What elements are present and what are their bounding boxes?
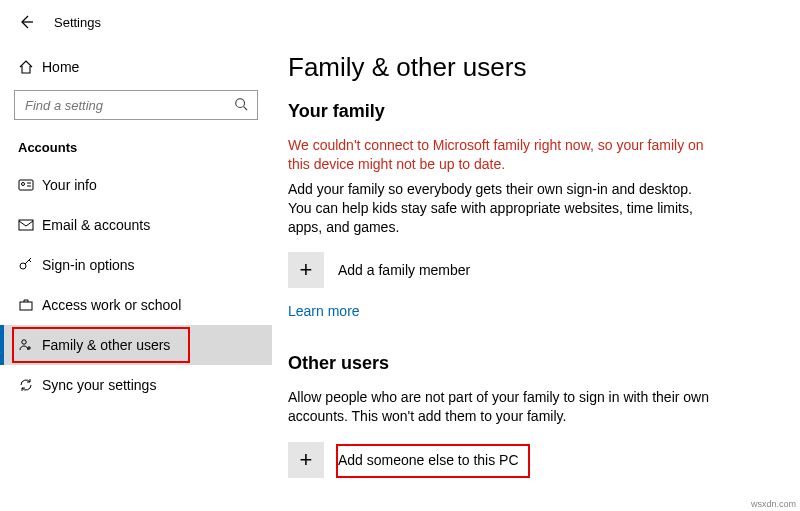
add-family-row[interactable]: + Add a family member	[288, 252, 770, 288]
person-card-icon	[18, 177, 42, 193]
nav-label: Email & accounts	[42, 217, 150, 233]
sidebar-item-family[interactable]: Family & other users	[0, 325, 272, 365]
page-title: Family & other users	[288, 52, 770, 83]
add-other-label: Add someone else to this PC	[338, 452, 519, 468]
family-heading: Your family	[288, 101, 770, 122]
main-content: Family & other users Your family We coul…	[272, 44, 800, 511]
key-icon	[18, 257, 42, 273]
sidebar-item-email[interactable]: Email & accounts	[0, 205, 272, 245]
sidebar-item-sync[interactable]: Sync your settings	[0, 365, 272, 405]
svg-point-0	[236, 99, 245, 108]
family-error: We couldn't connect to Microsoft family …	[288, 136, 718, 174]
nav-label: Your info	[42, 177, 97, 193]
learn-more-link[interactable]: Learn more	[288, 303, 360, 319]
people-icon	[18, 337, 42, 353]
home-label: Home	[42, 59, 79, 75]
family-desc: Add your family so everybody gets their …	[288, 180, 718, 237]
other-desc: Allow people who are not part of your fa…	[288, 388, 718, 426]
mail-icon	[18, 217, 42, 233]
back-icon[interactable]	[18, 14, 34, 30]
nav-label: Family & other users	[42, 337, 170, 353]
svg-rect-5	[20, 302, 32, 310]
svg-rect-3	[19, 220, 33, 230]
svg-rect-1	[19, 180, 33, 190]
search-container	[14, 90, 258, 120]
plus-icon[interactable]: +	[288, 252, 324, 288]
home-icon	[18, 59, 42, 75]
briefcase-icon	[18, 297, 42, 313]
plus-icon[interactable]: +	[288, 442, 324, 478]
sidebar-home[interactable]: Home	[0, 50, 272, 84]
search-icon	[234, 97, 248, 111]
add-family-label: Add a family member	[338, 262, 470, 278]
section-heading: Accounts	[0, 120, 272, 165]
sidebar-item-work[interactable]: Access work or school	[0, 285, 272, 325]
add-other-row[interactable]: + Add someone else to this PC	[288, 442, 770, 478]
nav-label: Access work or school	[42, 297, 181, 313]
search-input[interactable]	[14, 90, 258, 120]
nav-label: Sync your settings	[42, 377, 156, 393]
window-title: Settings	[54, 15, 101, 30]
sidebar-item-your-info[interactable]: Your info	[0, 165, 272, 205]
other-heading: Other users	[288, 353, 770, 374]
watermark: wsxdn.com	[751, 499, 796, 509]
sidebar-item-signin[interactable]: Sign-in options	[0, 245, 272, 285]
svg-point-6	[22, 340, 26, 344]
add-other-text: Add someone else to this PC	[338, 452, 519, 468]
nav-label: Sign-in options	[42, 257, 135, 273]
sync-icon	[18, 377, 42, 393]
sidebar: Home Accounts Your info Email & accounts	[0, 44, 272, 511]
svg-point-2	[22, 183, 25, 186]
